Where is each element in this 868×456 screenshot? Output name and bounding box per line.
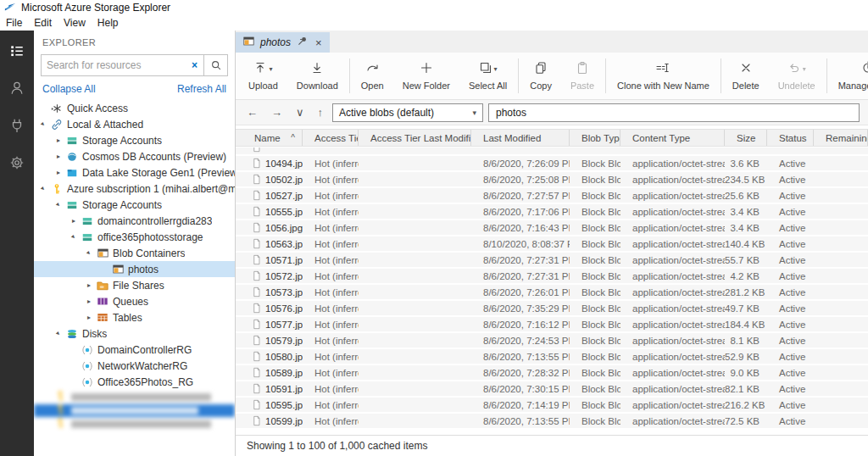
tree-item-networkwatcherrg[interactable]: NetworkWatcherRG: [34, 358, 235, 374]
expander-collapsed-icon[interactable]: ▸: [68, 213, 80, 229]
table-row[interactable]: 10573.jpgHot (inferred)8/6/2020, 7:26:01…: [236, 285, 868, 299]
tree-item-office365photos-rg[interactable]: Office365Photos_RG: [34, 374, 235, 390]
toolbar-button-clone-with-new-name[interactable]: Clone with New Name: [608, 53, 719, 99]
column-header-blob-type[interactable]: Blob Type: [570, 130, 620, 146]
refresh-all-link[interactable]: Refresh All: [177, 83, 226, 95]
tab-photos[interactable]: photos ×: [236, 32, 330, 53]
tree-item-storage-accounts[interactable]: ▸Storage Accounts: [34, 197, 235, 213]
toolbar-button-copy[interactable]: Copy: [520, 53, 561, 99]
column-header-remaining[interactable]: Remaining D: [814, 130, 868, 146]
table-row[interactable]: 10527.jpgHot (inferred)8/6/2020, 7:27:57…: [236, 188, 868, 203]
table-row[interactable]: 10502.jpgHot (inferred)8/6/2020, 7:25:08…: [236, 172, 868, 186]
column-header-size[interactable]: Size: [725, 130, 767, 146]
table-row[interactable]: 10580.jpgHot (inferred)8/6/2020, 7:13:55…: [236, 349, 868, 364]
plug-icon[interactable]: [7, 115, 27, 136]
tree-item-data-lake-storage-gen1-preview[interactable]: ▸Data Lake Storage Gen1 (Preview): [34, 164, 235, 181]
toolbar-button-label: Manage History: [838, 81, 868, 91]
column-header-access-tier-last-modified[interactable]: Access Tier Last Modified: [359, 130, 471, 146]
pin-tab-icon[interactable]: [297, 36, 308, 49]
tree-item-tables[interactable]: ▸Tables: [34, 309, 235, 325]
tree-item-queues[interactable]: ▸Queues: [34, 293, 235, 309]
clear-search-icon[interactable]: ×: [186, 59, 203, 71]
tree-item-quick-access[interactable]: Quick Access: [34, 100, 235, 116]
table-row[interactable]: 10576.jpgHot (inferred)8/6/2020, 7:35:29…: [236, 301, 868, 315]
redacted-tree-item[interactable]: [34, 418, 235, 431]
table-row[interactable]: 10563.jpgHot (inferred)8/10/2020, 8:08:3…: [236, 236, 868, 251]
cell-name: 10555.jpg: [236, 206, 303, 217]
toolbar-button-select-all[interactable]: ▾Select All: [459, 53, 516, 99]
cell-content-type: application/octet-stream: [620, 287, 725, 298]
redacted-tree-item[interactable]: [34, 404, 235, 417]
expander-expanded-icon[interactable]: ▸: [79, 245, 98, 261]
table-row[interactable]: 10599.jpgHot (inferred)8/6/2020, 7:13:55…: [236, 414, 868, 428]
column-header-content-type[interactable]: Content Type: [620, 130, 725, 146]
expander-collapsed-icon[interactable]: ▸: [53, 132, 64, 148]
tree-item-blob-containers[interactable]: ▸Blob Containers: [34, 245, 235, 261]
table-row[interactable]: 10571.jpgHot (inferred)8/6/2020, 7:27:31…: [236, 253, 868, 267]
tree-item-disks[interactable]: ▸Disks: [34, 325, 235, 342]
expander-collapsed-icon[interactable]: ▸: [53, 148, 64, 164]
column-header-status[interactable]: Status: [767, 130, 814, 146]
file-page-icon: [252, 238, 261, 249]
table-row[interactable]: 10591.jpgHot (inferred)8/6/2020, 7:30:15…: [236, 381, 868, 396]
tree-item-storage-accounts[interactable]: ▸Storage Accounts: [34, 132, 235, 148]
history-chevron-icon[interactable]: ∨: [292, 106, 309, 119]
gear-icon[interactable]: [7, 153, 27, 173]
forward-icon[interactable]: →: [267, 106, 287, 119]
redacted-tree-item[interactable]: [34, 391, 235, 403]
tree-item-photos[interactable]: photos: [34, 261, 235, 277]
table-row[interactable]: 10494.jpgHot (inferred)8/6/2020, 7:26:09…: [236, 156, 868, 170]
cell-status: Active: [767, 287, 814, 298]
storage-icon: [64, 135, 80, 147]
table-row[interactable]: 1056.jpgHot (inferred)8/6/2020, 7:16:43 …: [236, 220, 868, 235]
expander-collapsed-icon[interactable]: ▸: [53, 164, 64, 181]
close-tab-icon[interactable]: ×: [314, 36, 322, 49]
toolbar-button-paste[interactable]: Paste: [561, 53, 604, 99]
path-input[interactable]: [488, 103, 860, 122]
tree-item-domaincontrollerrgdia283[interactable]: ▸domaincontrollerrgdia283: [34, 213, 235, 229]
column-header-access-tier[interactable]: Access Tier: [303, 130, 359, 146]
back-icon[interactable]: ←: [242, 106, 262, 119]
cell-last-modified: 8/6/2020, 7:14:19 PM: [471, 400, 570, 410]
menu-help[interactable]: Help: [92, 17, 125, 29]
tree-item-office365photosstorage[interactable]: ▸office365photosstorage: [34, 229, 235, 245]
menu-file[interactable]: File: [0, 17, 28, 29]
table-row[interactable]: 10555.jpgHot (inferred)8/6/2020, 7:17:06…: [236, 204, 868, 219]
column-header-last-modified[interactable]: Last Modified: [471, 130, 570, 146]
cell-content-type: application/octet-stream: [620, 271, 725, 281]
table-row[interactable]: 10589.jpgHot (inferred)8/6/2020, 7:28:32…: [236, 365, 868, 380]
person-icon[interactable]: [7, 78, 27, 98]
table-row[interactable]: 10579.jpgHot (inferred)8/6/2020, 7:24:53…: [236, 333, 868, 348]
toolbar-button-download[interactable]: Download: [287, 53, 348, 99]
toolbar-button-delete[interactable]: Delete: [723, 53, 769, 99]
blob-state-selector[interactable]: Active blobs (default) ▾: [332, 103, 483, 122]
key-icon: [54, 403, 66, 418]
explorer-list-icon[interactable]: [7, 41, 27, 61]
search-icon[interactable]: [203, 55, 227, 75]
up-level-icon[interactable]: ↑: [314, 106, 328, 119]
column-header-name[interactable]: Name^: [236, 130, 303, 146]
table-row-partial[interactable]: [236, 147, 868, 154]
toolbar-button-upload[interactable]: ▾Upload: [239, 53, 287, 99]
toolbar-button-undelete[interactable]: ▾Undelete: [769, 53, 825, 99]
cell-blob-type: Block Blob: [570, 368, 620, 378]
toolbar-button-open[interactable]: Open: [352, 53, 393, 99]
tree-item-file-shares[interactable]: ▸File Shares: [34, 277, 235, 293]
menu-view[interactable]: View: [58, 17, 92, 29]
table-row[interactable]: 10595.jpgHot (inferred)8/6/2020, 7:14:19…: [236, 398, 868, 412]
tree-item-domaincontrollerrg[interactable]: DomainControllerRG: [34, 342, 235, 358]
menu-edit[interactable]: Edit: [28, 17, 58, 29]
table-row[interactable]: 10577.jpgHot (inferred)8/6/2020, 7:16:12…: [236, 317, 868, 331]
cell-last-modified: 8/6/2020, 7:27:57 PM: [471, 191, 570, 201]
collapse-all-link[interactable]: Collapse All: [42, 83, 96, 95]
expander-collapsed-icon[interactable]: ▸: [83, 293, 95, 309]
expander-collapsed-icon[interactable]: ▸: [83, 277, 95, 293]
tree-item-cosmos-db-accounts-preview[interactable]: ▸Cosmos DB Accounts (Preview): [34, 148, 235, 164]
tree-item-azure-subscription-1-mihai-albert-mihaialbert[interactable]: ▸Azure subscription 1 (mihai.albert@miha…: [34, 181, 235, 197]
search-input[interactable]: [42, 59, 186, 71]
toolbar-button-new-folder[interactable]: New Folder: [393, 53, 459, 99]
expander-collapsed-icon[interactable]: ▸: [83, 309, 95, 325]
table-row[interactable]: 10572.jpgHot (inferred)8/6/2020, 7:27:31…: [236, 269, 868, 283]
tree-item-local-attached[interactable]: ▸Local & Attached: [34, 116, 235, 132]
toolbar-button-manage-history[interactable]: ▾Manage History: [829, 53, 868, 99]
